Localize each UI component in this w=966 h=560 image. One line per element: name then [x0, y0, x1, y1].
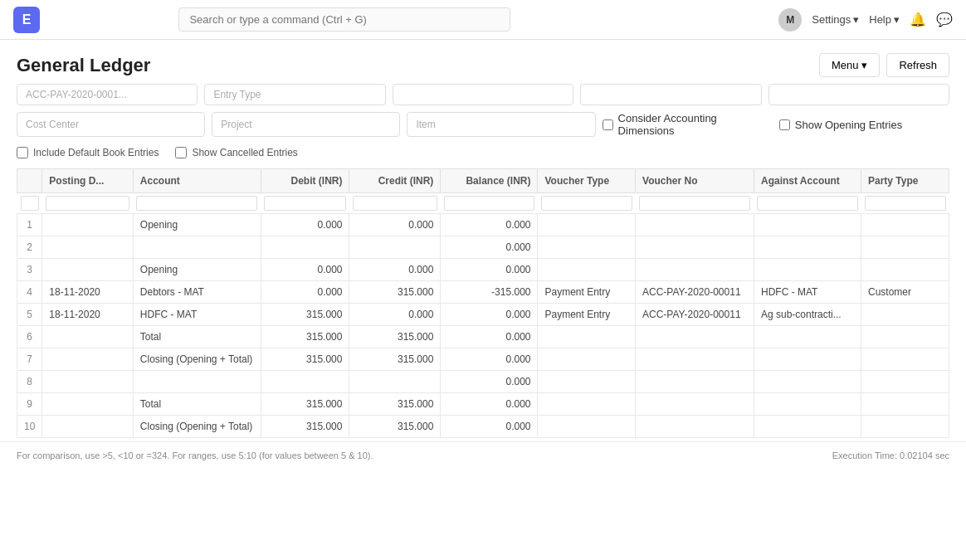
col-filter-idx[interactable]: [21, 196, 39, 211]
cell-against_account: [754, 214, 861, 236]
cell-balance: -315.000: [441, 281, 538, 304]
cell-voucher_type: [538, 371, 636, 393]
refresh-button[interactable]: Refresh: [886, 53, 949, 77]
filter-voucher[interactable]: [17, 84, 198, 105]
cell-account: Opening: [133, 214, 261, 236]
table-row: 80.000: [17, 371, 949, 393]
col-filter-balance[interactable]: [444, 196, 534, 211]
col-party-type: Party Type: [861, 169, 949, 193]
col-filter-party-type[interactable]: [865, 196, 946, 211]
cell-against_account: [754, 393, 861, 416]
cell-voucher_type: [538, 214, 636, 236]
cell-idx: 7: [17, 348, 42, 371]
cell-credit: 315.000: [349, 281, 441, 304]
cell-voucher_no: [636, 393, 754, 416]
cell-debit: [261, 371, 349, 393]
cell-posting_date: [42, 326, 133, 348]
cell-posting_date: 18-11-2020: [42, 281, 133, 304]
cell-account: Total: [133, 393, 261, 416]
cell-against_account: [754, 371, 861, 393]
cell-party_type: Customer: [861, 281, 949, 304]
cell-balance: 0.000: [441, 348, 538, 371]
cell-posting_date: [42, 214, 133, 236]
filter-project[interactable]: [212, 112, 400, 137]
filter-col4[interactable]: [580, 84, 761, 105]
cell-voucher_no: [636, 259, 754, 281]
cell-balance: 0.000: [441, 236, 538, 259]
filter-row-1: [17, 84, 949, 105]
cell-debit: 315.000: [261, 393, 349, 416]
col-against-account: Against Account: [754, 169, 861, 193]
footer-execution-time: Execution Time: 0.02104 sec: [832, 450, 949, 460]
help-button[interactable]: Help ▾: [869, 13, 900, 26]
filter-cost-center[interactable]: [17, 112, 205, 137]
filter-col5[interactable]: [768, 84, 949, 105]
cell-debit: 0.000: [261, 214, 349, 236]
col-filter-voucher-type[interactable]: [541, 196, 632, 211]
header-actions: Menu ▾ Refresh: [819, 53, 949, 77]
cell-debit: [261, 236, 349, 259]
cell-voucher_type: [538, 326, 636, 348]
cell-debit: 0.000: [261, 281, 349, 304]
cell-party_type: [861, 326, 949, 348]
footer-hint: For comparison, use >5, <10 or =324. For…: [17, 450, 373, 460]
cell-voucher_type: Payment Entry: [538, 281, 636, 304]
cell-debit: 315.000: [261, 326, 349, 348]
cell-idx: 9: [17, 393, 42, 416]
table-row: 20.000: [17, 236, 949, 259]
cell-posting_date: 18-11-2020: [42, 304, 133, 326]
cell-against_account: HDFC - MAT: [754, 281, 861, 304]
show-cancelled-label: Show Cancelled Entries: [192, 147, 297, 158]
cell-balance: 0.000: [441, 393, 538, 416]
include-default-checkbox[interactable]: [17, 147, 28, 158]
cell-idx: 5: [17, 304, 42, 326]
col-filter-against[interactable]: [757, 196, 857, 211]
cell-idx: 2: [17, 236, 42, 259]
filter-col3[interactable]: [393, 84, 573, 105]
col-filter-posting-date[interactable]: [46, 196, 129, 211]
cell-voucher_no: [636, 416, 754, 438]
app-brand[interactable]: E: [13, 7, 40, 33]
filter-row-2: Consider Accounting Dimensions Show Open…: [17, 112, 949, 137]
col-filter-credit[interactable]: [353, 196, 437, 211]
cell-voucher_type: [538, 416, 636, 438]
cell-posting_date: [42, 416, 133, 438]
table-row: 6Total315.000315.0000.000: [17, 326, 949, 348]
page-header: General Ledger Menu ▾ Refresh: [0, 40, 966, 84]
notification-icon[interactable]: 🔔: [910, 12, 926, 27]
cell-against_account: [754, 348, 861, 371]
cell-voucher_no: [636, 326, 754, 348]
cell-against_account: [754, 236, 861, 259]
col-filter-debit[interactable]: [264, 196, 346, 211]
filter-item[interactable]: [407, 112, 595, 137]
settings-button[interactable]: Settings ▾: [812, 13, 859, 26]
cell-balance: 0.000: [441, 371, 538, 393]
menu-button[interactable]: Menu ▾: [819, 53, 881, 77]
filters-area: Consider Accounting Dimensions Show Open…: [0, 84, 966, 168]
cell-debit: 315.000: [261, 304, 349, 326]
cell-voucher_type: [538, 236, 636, 259]
cell-credit: [349, 371, 441, 393]
col-filter-voucher-no[interactable]: [639, 196, 751, 211]
col-balance: Balance (INR): [441, 169, 538, 193]
page-footer: For comparison, use >5, <10 or =324. For…: [0, 441, 966, 469]
table-header-row: Posting D... Account Debit (INR) Credit …: [17, 169, 949, 193]
consider-accounting-checkbox[interactable]: [603, 119, 613, 130]
table-row: 10Closing (Opening + Total)315.000315.00…: [17, 416, 949, 438]
chat-icon[interactable]: 💬: [936, 12, 953, 27]
search-input[interactable]: [178, 7, 510, 32]
cell-credit: 315.000: [349, 393, 441, 416]
table-row: 7Closing (Opening + Total)315.000315.000…: [17, 348, 949, 371]
col-filter-account[interactable]: [136, 196, 257, 211]
table-row: 418-11-2020Debtors - MAT0.000315.000-315…: [17, 281, 949, 304]
col-voucher-type: Voucher Type: [538, 169, 636, 193]
show-opening-checkbox[interactable]: [779, 119, 790, 130]
consider-accounting-group: Consider Accounting Dimensions: [603, 112, 773, 137]
cell-voucher_no: [636, 236, 754, 259]
cell-voucher_type: [538, 348, 636, 371]
cell-against_account: [754, 416, 861, 438]
cell-party_type: [861, 416, 949, 438]
show-cancelled-checkbox[interactable]: [175, 147, 187, 158]
cell-voucher_type: [538, 393, 636, 416]
filter-entry-type[interactable]: [204, 84, 385, 105]
